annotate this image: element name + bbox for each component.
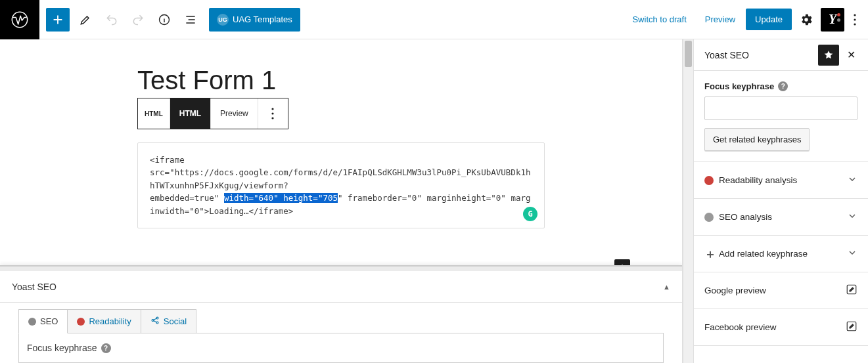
focus-keyphrase-label: Focus keyphrase? [27, 343, 655, 353]
redo-button[interactable] [126, 8, 150, 32]
code-text: <iframe [150, 155, 185, 165]
undo-button[interactable] [100, 8, 124, 32]
html-tab[interactable]: HTML [170, 98, 211, 129]
status-bullet-icon [704, 213, 714, 222]
uag-templates-button[interactable]: UG UAG Templates [209, 8, 300, 32]
focus-keyphrase-label: Focus keyphrase? [704, 81, 857, 91]
status-dot-icon [28, 318, 36, 326]
uag-badge-icon: UG [217, 14, 229, 26]
yoast-pin-icon[interactable]: Y [821, 8, 844, 32]
google-preview-row[interactable]: Google preview [694, 272, 868, 309]
yoast-tabs: SEO Readability Social [0, 303, 682, 333]
facebook-preview-row[interactable]: Facebook preview [694, 309, 868, 346]
get-related-keyphrases-button[interactable]: Get related keyphrases [704, 128, 810, 151]
close-sidebar-button[interactable]: ✕ [842, 49, 860, 61]
svg-point-3 [854, 18, 856, 20]
outline-button[interactable] [179, 8, 202, 32]
settings-icon[interactable] [794, 8, 818, 32]
grammarly-icon[interactable]: G [523, 207, 537, 221]
pin-sidebar-button[interactable] [818, 45, 839, 66]
status-bullet-icon [704, 176, 714, 185]
toolbar-right: Switch to draft Preview Update Y [624, 8, 863, 32]
chevron-down-icon [847, 211, 857, 223]
svg-point-2 [854, 14, 856, 16]
preview-button[interactable]: Preview [697, 9, 743, 30]
help-icon[interactable]: ? [101, 343, 111, 353]
edit-icon [846, 320, 857, 334]
block-toolbar: HTML HTML Preview [137, 98, 288, 129]
info-button[interactable] [152, 8, 176, 32]
seo-analysis-row[interactable]: SEO analysis [694, 199, 868, 236]
chevron-down-icon [847, 247, 857, 260]
collapse-caret-icon: ▲ [663, 283, 670, 291]
social-tab[interactable]: Social [141, 309, 196, 333]
edit-mode-icon[interactable] [74, 8, 97, 32]
focus-keyphrase-input[interactable] [704, 96, 857, 120]
editor-content: Test Form 1 HTML HTML Preview <iframe sr… [72, 39, 610, 228]
code-selection: width="640" height="705 [224, 193, 338, 203]
plus-icon: ＋ [704, 246, 716, 262]
toolbar-left: UG UAG Templates [39, 8, 300, 32]
yoast-metabox: Yoast SEO ▲ SEO Readability Social Focus… [0, 265, 682, 363]
sidebar-title: Yoast SEO [704, 50, 749, 60]
code-text: src="https://docs.google.com/forms/d/e/1… [150, 167, 530, 190]
yoast-tab-content: Focus keyphrase? [18, 333, 664, 363]
add-related-keyphrase-row[interactable]: ＋ Add related keyphrase [694, 236, 868, 272]
more-options-button[interactable] [847, 14, 863, 26]
settings-sidebar: Yoast SEO ✕ Focus keyphrase? Get related… [693, 39, 868, 363]
sidebar-header: Yoast SEO ✕ [694, 39, 868, 71]
editor-canvas[interactable]: Test Form 1 HTML HTML Preview <iframe sr… [0, 39, 683, 363]
preview-tab[interactable]: Preview [211, 98, 258, 129]
add-block-button[interactable] [46, 8, 70, 32]
yoast-metabox-title: Yoast SEO [12, 282, 57, 292]
custom-html-block[interactable]: <iframe src="https://docs.google.com/for… [137, 142, 545, 228]
block-options-button[interactable] [258, 98, 288, 129]
readability-analysis-row[interactable]: Readability analysis [694, 162, 868, 199]
editor-scrollbar[interactable] [683, 39, 693, 363]
edit-icon [846, 284, 857, 297]
share-icon [150, 316, 160, 327]
help-icon[interactable]: ? [778, 81, 788, 91]
block-type-icon[interactable]: HTML [138, 98, 170, 129]
chevron-down-icon [847, 174, 857, 186]
status-dot-icon [77, 318, 85, 326]
switch-to-draft-button[interactable]: Switch to draft [624, 9, 694, 30]
seo-tab[interactable]: SEO [18, 309, 68, 333]
svg-point-4 [854, 23, 856, 25]
readability-tab[interactable]: Readability [68, 309, 141, 333]
yoast-metabox-header[interactable]: Yoast SEO ▲ [0, 271, 682, 303]
page-title[interactable]: Test Form 1 [72, 66, 610, 98]
uag-label: UAG Templates [233, 14, 292, 24]
svg-point-6 [272, 112, 274, 114]
focus-keyphrase-section: Focus keyphrase? Get related keyphrases [694, 71, 868, 162]
svg-point-5 [272, 108, 274, 110]
wordpress-logo[interactable] [0, 0, 39, 39]
main-layout: Test Form 1 HTML HTML Preview <iframe sr… [0, 39, 868, 363]
svg-point-7 [272, 117, 274, 119]
update-button[interactable]: Update [746, 9, 792, 30]
code-text: embedded=true" [150, 193, 224, 203]
editor-topbar: UG UAG Templates Switch to draft Preview… [0, 0, 868, 39]
scrollbar-thumb[interactable] [685, 41, 692, 67]
